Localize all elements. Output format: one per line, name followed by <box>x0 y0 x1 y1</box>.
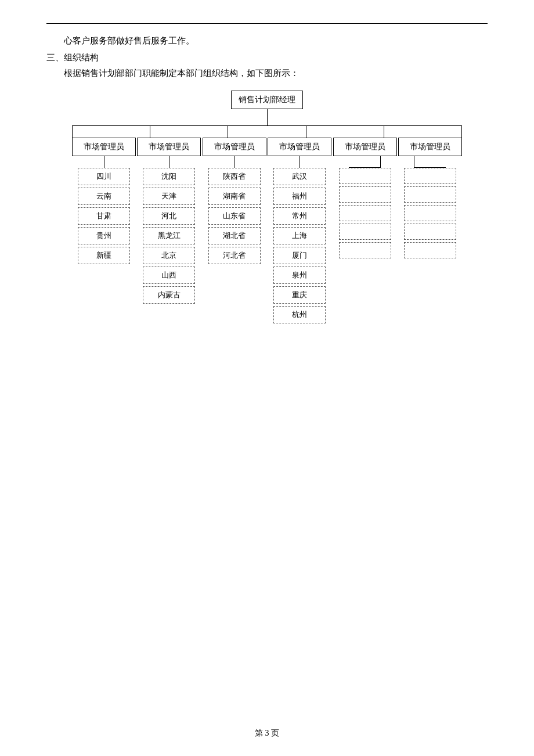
vc1 <box>72 126 73 138</box>
page-footer: 第 3 页 <box>0 728 534 739</box>
sub-list-6 <box>404 168 456 258</box>
sub-item-5-3 <box>339 205 391 221</box>
sub-item-6-5 <box>404 242 456 258</box>
sub-item-3-3: 山东省 <box>208 207 261 225</box>
sub-item-4-4: 上海 <box>273 227 326 244</box>
sub-item-6-1 <box>404 168 456 184</box>
root-down-line <box>267 109 268 125</box>
sub-item-4-7: 重庆 <box>273 286 326 304</box>
sub-cols-area: 四川 云南 甘肃 贵州 新疆 沈阳 天津 河北 黑龙江 北京 山西 内蒙古 <box>72 156 462 323</box>
root-box: 销售计划部经理 <box>231 91 303 109</box>
sub-item-2-4: 黑龙江 <box>143 227 195 244</box>
sub-item-4-6: 泉州 <box>273 267 326 284</box>
sub-list-3: 陕西省 湖南省 山东省 湖北省 河北省 <box>208 168 261 264</box>
sub-item-4-1: 武汉 <box>273 168 326 185</box>
sub-item-2-1: 沈阳 <box>143 168 195 185</box>
sub-vc2 <box>169 156 169 168</box>
sub-item-3-1: 陕西省 <box>208 168 261 185</box>
vc5 <box>384 126 384 138</box>
sub-col-5 <box>333 156 397 258</box>
sub-item-2-5: 北京 <box>143 247 195 264</box>
col6-connector <box>414 156 446 168</box>
sub-item-4-8: 杭州 <box>273 306 326 323</box>
mgr-3: 市场管理员 <box>203 138 266 156</box>
sub-col-4: 武汉 福州 常州 上海 厦门 泉州 重庆 杭州 <box>268 156 331 323</box>
vert-connectors-row <box>72 126 462 138</box>
sub-item-2-2: 天津 <box>143 188 195 205</box>
vc2 <box>150 126 150 138</box>
sub-item-5-2 <box>339 186 391 203</box>
sub-list-2: 沈阳 天津 河北 黑龙江 北京 山西 内蒙古 <box>143 168 195 304</box>
sub-item-4-2: 福州 <box>273 188 326 205</box>
mgr-row: 市场管理员 市场管理员 市场管理员 市场管理员 市场管理员 市场管理员 <box>72 138 462 156</box>
vc3 <box>228 126 228 138</box>
sub-item-2-7: 内蒙古 <box>143 286 195 304</box>
sub-list-4: 武汉 福州 常州 上海 厦门 泉州 重庆 杭州 <box>273 168 326 323</box>
mgr-6: 市场管理员 <box>398 138 462 156</box>
sub-item-2-6: 山西 <box>143 267 195 284</box>
intro-text: 心客户服务部做好售后服务工作。 <box>46 35 488 46</box>
sub-vc1 <box>104 156 104 168</box>
sub-item-6-3 <box>404 205 456 221</box>
sub-item-2-3: 河北 <box>143 207 195 225</box>
sub-col-1: 四川 云南 甘肃 贵州 新疆 <box>72 156 136 264</box>
sub-item-1-5: 新疆 <box>78 247 130 264</box>
sub-item-1-2: 云南 <box>78 188 130 205</box>
sub-col-2: 沈阳 天津 河北 黑龙江 北京 山西 内蒙古 <box>137 156 201 304</box>
sub-col-6 <box>398 156 462 258</box>
sub-item-6-2 <box>404 186 456 203</box>
sub-item-4-5: 厦门 <box>273 247 326 264</box>
top-divider <box>46 23 488 24</box>
mgr-5: 市场管理员 <box>333 138 397 156</box>
sub-item-3-4: 湖北省 <box>208 227 261 244</box>
sub-vc3 <box>234 156 234 168</box>
sub-item-3-2: 湖南省 <box>208 188 261 205</box>
mgr-2: 市场管理员 <box>137 138 201 156</box>
sub-item-1-4: 贵州 <box>78 227 130 244</box>
sub-item-6-4 <box>404 224 456 240</box>
sub-item-3-5: 河北省 <box>208 247 261 264</box>
sub-item-5-1 <box>339 168 391 184</box>
col5-connector <box>349 156 381 168</box>
org-chart: 销售计划部经理 市场管理员 市场管理员 市场管理员 市场管理员 市场管理员 市场… <box>46 91 488 323</box>
sub-list-5 <box>339 168 391 258</box>
sub-vc4 <box>300 156 300 168</box>
mgr-1: 市场管理员 <box>72 138 136 156</box>
section-desc: 根据销售计划部部门职能制定本部门组织结构，如下图所示： <box>46 68 488 79</box>
page: 心客户服务部做好售后服务工作。 三、组织结构 根据销售计划部部门职能制定本部门组… <box>0 0 534 756</box>
sub-item-4-3: 常州 <box>273 207 326 225</box>
sub-item-5-5 <box>339 242 391 258</box>
sub-item-5-4 <box>339 224 391 240</box>
sub-item-1-3: 甘肃 <box>78 207 130 225</box>
section-title: 三、组织结构 <box>46 52 488 63</box>
footer-text: 第 3 页 <box>255 729 279 737</box>
sub-col-3: 陕西省 湖南省 山东省 湖北省 河北省 <box>203 156 266 264</box>
vc6 <box>461 126 462 138</box>
mgr-4: 市场管理员 <box>268 138 331 156</box>
vc4 <box>306 126 306 138</box>
sub-item-1-1: 四川 <box>78 168 130 185</box>
sub-list-1: 四川 云南 甘肃 贵州 新疆 <box>78 168 130 264</box>
